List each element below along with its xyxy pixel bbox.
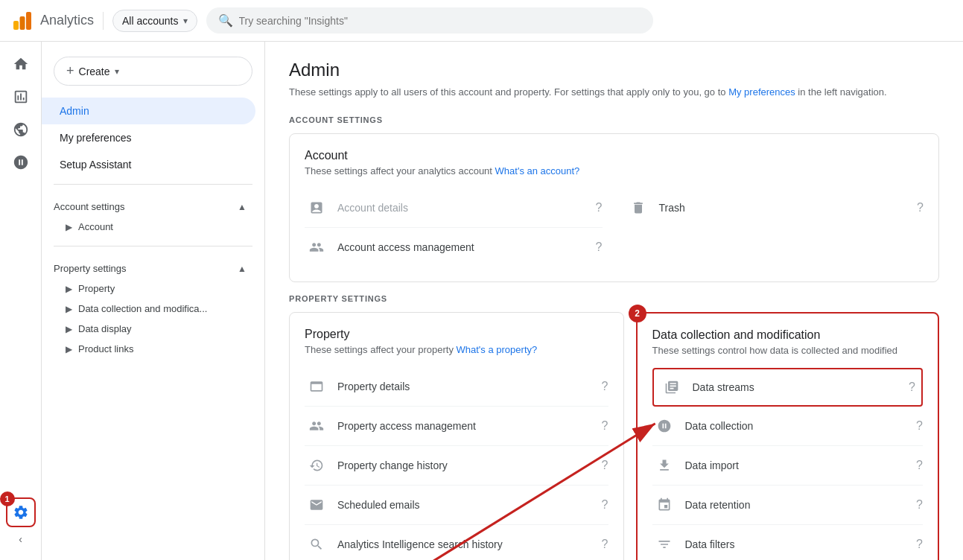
search-input[interactable] bbox=[239, 15, 641, 27]
search-history-label: Analytics Intelligence search history bbox=[337, 538, 596, 550]
sidebar-divider-2 bbox=[54, 246, 252, 246]
cards-row: Property These settings affect your prop… bbox=[289, 312, 939, 560]
property-settings-section: Property settings ▲ ▶ Property ▶ Data co… bbox=[42, 252, 264, 362]
trash-row[interactable]: Trash ? bbox=[626, 188, 924, 227]
trash-help-icon: ? bbox=[917, 201, 924, 214]
account-details-row[interactable]: Account details ? bbox=[305, 188, 603, 228]
property-access-icon bbox=[305, 414, 328, 438]
property-access-help-icon: ? bbox=[602, 419, 608, 433]
page-title: Admin bbox=[289, 60, 939, 80]
data-filters-icon bbox=[652, 532, 676, 556]
account-details-help-icon: ? bbox=[596, 201, 603, 214]
sidebar-item-data-collection[interactable]: ▶ Data collection and modifica... bbox=[54, 299, 252, 319]
sidebar-item-product-links[interactable]: ▶ Product links bbox=[54, 339, 252, 359]
scheduled-emails-label: Scheduled emails bbox=[337, 499, 596, 511]
data-import-help-icon: ? bbox=[916, 459, 923, 472]
search-bar[interactable]: 🔍 bbox=[206, 7, 653, 34]
trash-label: Trash bbox=[659, 202, 912, 214]
property-card-title: Property bbox=[305, 328, 608, 341]
nav-reports-icon[interactable] bbox=[6, 82, 36, 112]
property-details-row[interactable]: Property details ? bbox=[305, 367, 608, 407]
chevron-right-icon-3: ▶ bbox=[66, 304, 72, 314]
property-details-icon bbox=[305, 375, 328, 398]
data-retention-row[interactable]: Data retention ? bbox=[652, 486, 924, 525]
sidebar-item-my-preferences[interactable]: My preferences bbox=[42, 124, 255, 151]
chevron-right-icon-4: ▶ bbox=[66, 324, 72, 334]
scheduled-emails-icon bbox=[305, 493, 328, 517]
account-card-subtitle: These settings affect your analytics acc… bbox=[305, 165, 924, 176]
account-card: Account These settings affect your analy… bbox=[289, 133, 939, 282]
account-settings-title: Account settings bbox=[54, 201, 124, 212]
data-streams-icon bbox=[660, 375, 684, 399]
account-settings-header[interactable]: Account settings ▲ bbox=[54, 197, 252, 217]
topbar: Analytics All accounts ▾ 🔍 bbox=[0, 0, 963, 42]
property-settings-header[interactable]: Property settings ▲ bbox=[54, 258, 252, 279]
property-card: Property These settings affect your prop… bbox=[289, 312, 624, 560]
sidebar-item-setup-assistant[interactable]: Setup Assistant bbox=[42, 151, 255, 178]
access-management-icon bbox=[305, 235, 328, 259]
topbar-divider bbox=[103, 12, 104, 30]
collapse-sidebar-button[interactable]: ‹ bbox=[19, 533, 22, 554]
data-collection-icon bbox=[652, 414, 676, 438]
data-collection-help-icon: ? bbox=[916, 419, 923, 433]
whats-account-link[interactable]: What's an account? bbox=[495, 165, 580, 176]
property-access-row[interactable]: Property access management ? bbox=[305, 407, 608, 446]
create-button[interactable]: + Create ▾ bbox=[54, 57, 252, 86]
create-label: Create bbox=[79, 66, 110, 77]
account-details-icon bbox=[305, 196, 328, 220]
sidebar-item-admin[interactable]: Admin bbox=[42, 98, 255, 124]
data-streams-label: Data streams bbox=[693, 381, 903, 393]
data-collection-row[interactable]: Data collection ? bbox=[652, 407, 924, 446]
chevron-down-icon: ▾ bbox=[183, 16, 188, 26]
data-filters-row[interactable]: Data filters ? bbox=[652, 525, 924, 560]
collapse-icon-2: ▲ bbox=[238, 264, 247, 274]
scheduled-emails-row[interactable]: Scheduled emails ? bbox=[305, 486, 608, 525]
data-collection-wrapper: 2 Data collection and modification These… bbox=[636, 312, 940, 560]
change-history-label: Property change history bbox=[337, 459, 596, 471]
sidebar-item-data-display[interactable]: ▶ Data display bbox=[54, 319, 252, 339]
account-card-title: Account bbox=[305, 149, 924, 162]
data-filters-label: Data filters bbox=[685, 538, 911, 550]
analytics-logo-icon bbox=[12, 10, 33, 31]
plus-icon: + bbox=[66, 63, 74, 79]
my-preferences-link[interactable]: My preferences bbox=[728, 86, 795, 98]
account-access-row[interactable]: Account access management ? bbox=[305, 228, 603, 267]
data-streams-row[interactable]: Data streams ? bbox=[652, 368, 924, 407]
search-history-row[interactable]: Analytics Intelligence search history ? bbox=[305, 525, 608, 560]
nav-home-icon[interactable] bbox=[6, 49, 36, 79]
nav-advertising-icon[interactable] bbox=[6, 147, 36, 177]
data-collection-title: Data collection and modification bbox=[652, 328, 924, 342]
chevron-right-icon: ▶ bbox=[66, 222, 72, 232]
whats-property-link[interactable]: What's a property? bbox=[457, 344, 538, 355]
all-accounts-button[interactable]: All accounts ▾ bbox=[112, 10, 197, 32]
property-card-subtitle: These settings affect your property What… bbox=[305, 344, 608, 355]
property-settings-label: PROPERTY SETTINGS bbox=[289, 294, 939, 303]
badge-1: 1 bbox=[0, 491, 15, 506]
data-import-row[interactable]: Data import ? bbox=[652, 446, 924, 486]
sidebar-item-property[interactable]: ▶ Property bbox=[54, 279, 252, 299]
sidebar: + Create ▾ Admin My preferences Setup As… bbox=[42, 42, 265, 560]
svg-rect-2 bbox=[26, 12, 31, 30]
icon-nav: 1 ‹ bbox=[0, 42, 42, 560]
change-history-icon bbox=[305, 454, 328, 477]
data-import-label: Data import bbox=[685, 459, 911, 471]
subtitle-pre-text: These settings apply to all users of thi… bbox=[289, 86, 728, 98]
svg-rect-0 bbox=[13, 21, 19, 30]
account-settings-section: Account settings ▲ ▶ Account bbox=[42, 191, 264, 240]
account-settings-label: ACCOUNT SETTINGS bbox=[289, 115, 939, 124]
account-access-help-icon: ? bbox=[596, 241, 603, 254]
sidebar-item-account[interactable]: ▶ Account bbox=[54, 217, 252, 237]
data-retention-icon bbox=[652, 493, 676, 517]
sidebar-divider bbox=[54, 184, 252, 185]
app-title: Analytics bbox=[40, 13, 94, 28]
content-area: Admin These settings apply to all users … bbox=[265, 42, 963, 560]
badge-2: 2 bbox=[629, 305, 646, 322]
chevron-right-icon-2: ▶ bbox=[66, 284, 72, 294]
data-import-icon bbox=[652, 454, 676, 477]
property-change-history-row[interactable]: Property change history ? bbox=[305, 446, 608, 486]
chevron-down-icon: ▾ bbox=[115, 66, 119, 77]
search-history-help-icon: ? bbox=[602, 538, 608, 551]
collapse-icon: ▲ bbox=[238, 202, 247, 212]
nav-explore-icon[interactable] bbox=[6, 115, 36, 144]
search-icon: 🔍 bbox=[218, 13, 233, 28]
